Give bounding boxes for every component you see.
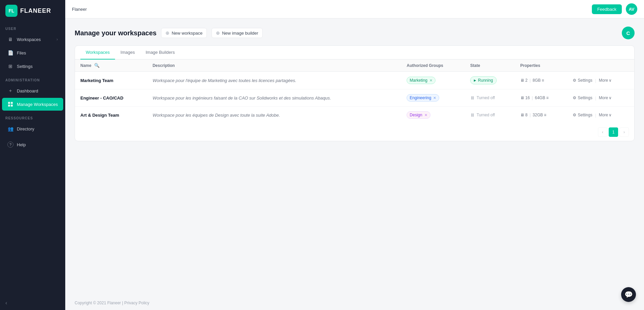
tab-workspaces[interactable]: Workspaces bbox=[80, 46, 115, 60]
th-authorized-groups: Authorized Groups bbox=[401, 60, 465, 72]
page-1-button[interactable]: 1 bbox=[609, 127, 618, 137]
monitor-icon: 🖥 bbox=[7, 36, 13, 42]
logo[interactable]: FL Flaneer bbox=[0, 0, 65, 22]
chevron-down-icon: ∨ bbox=[609, 113, 612, 117]
sidebar-item-directory[interactable]: 👥 Directory bbox=[2, 122, 63, 135]
tag-remove-icon[interactable]: ✕ bbox=[433, 96, 436, 100]
stack-icon: ≡ bbox=[546, 95, 548, 100]
cell-state-engineer-caocad: ⏸ Turned off bbox=[465, 89, 515, 107]
cpu-icon: 🖥 bbox=[520, 78, 524, 83]
settings-link-engineer-caocad[interactable]: ⚙ Settings bbox=[573, 95, 592, 100]
privacy-policy-link[interactable]: Privacy Policy bbox=[124, 301, 149, 305]
cpu-prop: 🖥 8 bbox=[520, 113, 528, 117]
new-workspace-plus-icon: ⊕ bbox=[165, 30, 169, 36]
sidebar: FL Flaneer USER 🖥 Workspaces › 📄 Files ⊞… bbox=[0, 0, 65, 310]
off-icon: ⏸ bbox=[470, 112, 475, 118]
new-image-builder-button[interactable]: ⊕ New image builder bbox=[212, 28, 263, 38]
sidebar-item-help[interactable]: ? Help bbox=[2, 138, 63, 151]
sidebar-section-resources: RESSOURCES bbox=[0, 111, 65, 122]
table-row: Engineer - CAO/CADWorkspace pour les ing… bbox=[75, 89, 634, 107]
tag-marketing[interactable]: Marketing✕ bbox=[407, 77, 435, 84]
ram-prop: 64GB ≡ bbox=[535, 95, 548, 100]
next-page-button[interactable]: › bbox=[619, 127, 629, 137]
sidebar-workspaces-arrow: › bbox=[56, 37, 58, 42]
cell-props-marketing-team: 🖥 2 | 8GB ≡ bbox=[515, 72, 567, 89]
sidebar-item-settings[interactable]: ⊞ Settings bbox=[2, 60, 63, 73]
workspaces-table: Name 🔍 Description Authorized Groups Sta… bbox=[75, 60, 634, 123]
state-running: Running bbox=[470, 76, 497, 84]
users-icon: 👥 bbox=[7, 126, 13, 132]
chevron-down-icon: ∨ bbox=[609, 78, 612, 83]
th-description: Description bbox=[147, 60, 402, 72]
svg-rect-1 bbox=[11, 102, 13, 104]
cell-props-art-design-team: 🖥 8 | 32GB ≡ bbox=[515, 107, 567, 124]
state-off: ⏸ Turned off bbox=[470, 95, 495, 101]
tag-remove-icon[interactable]: ✕ bbox=[429, 78, 432, 83]
sidebar-item-dashboard[interactable]: ＋ Dashboard bbox=[2, 84, 63, 97]
cell-group-art-design-team: Design✕ bbox=[401, 107, 465, 124]
cpu-prop: 🖥 16 bbox=[520, 95, 530, 100]
sidebar-label-workspaces: Workspaces bbox=[17, 37, 41, 42]
new-workspace-button[interactable]: ⊕ New workspace bbox=[161, 28, 207, 38]
user-avatar[interactable]: AV bbox=[626, 3, 637, 15]
more-link-art-design-team[interactable]: More ∨ bbox=[599, 113, 612, 117]
cell-name-engineer-caocad[interactable]: Engineer - CAO/CAD bbox=[75, 89, 147, 107]
sidebar-label-manage-workspaces: Manage Workspaces bbox=[17, 102, 58, 107]
cell-group-engineer-caocad: Engineering✕ bbox=[401, 89, 465, 107]
footer-copyright: Copyright © 2021 Flaneer bbox=[75, 301, 121, 305]
stack-icon: ≡ bbox=[544, 113, 546, 117]
th-properties: Properties bbox=[515, 60, 567, 72]
more-link-marketing-team[interactable]: More ∨ bbox=[599, 78, 612, 83]
chat-button[interactable]: 💬 bbox=[621, 287, 636, 302]
sidebar-collapse-btn[interactable]: ‹ bbox=[0, 296, 65, 310]
name-search-icon[interactable]: 🔍 bbox=[94, 63, 100, 68]
cell-desc-engineer-caocad: Workspace pour les ingénieurs faisant de… bbox=[147, 89, 402, 107]
settings-link-marketing-team[interactable]: ⚙ Settings bbox=[573, 78, 592, 83]
ram-prop: 8GB ≡ bbox=[533, 78, 544, 83]
sidebar-item-manage-workspaces[interactable]: Manage Workspaces bbox=[2, 98, 63, 111]
cell-name-marketing-team[interactable]: Marketing Team bbox=[75, 72, 147, 89]
state-off: ⏸ Turned off bbox=[470, 112, 495, 118]
sidebar-item-files[interactable]: 📄 Files bbox=[2, 46, 63, 59]
cell-props-engineer-caocad: 🖥 16 | 64GB ≡ bbox=[515, 89, 567, 107]
page-header-avatar[interactable]: C bbox=[622, 27, 635, 39]
workspaces-card: Workspaces Images Image Builders Name bbox=[75, 45, 635, 141]
feedback-button[interactable]: Feedback bbox=[592, 4, 622, 14]
off-icon: ⏸ bbox=[470, 95, 475, 101]
chat-icon: 💬 bbox=[624, 290, 633, 299]
cell-actions-marketing-team: ⚙ Settings | More ∨ bbox=[567, 72, 634, 89]
content-area: Manage your workspaces ⊕ New workspace ⊕… bbox=[65, 18, 644, 296]
sidebar-label-help: Help bbox=[17, 142, 26, 147]
stack-icon: ≡ bbox=[542, 78, 544, 83]
settings-link-art-design-team[interactable]: ⚙ Settings bbox=[573, 113, 592, 117]
cell-group-marketing-team: Marketing✕ bbox=[401, 72, 465, 89]
sidebar-section-admin: ADMINISTRATION bbox=[0, 73, 65, 84]
sidebar-label-files: Files bbox=[17, 50, 26, 55]
file-icon: 📄 bbox=[7, 50, 13, 56]
workspaces-icon bbox=[7, 101, 13, 107]
new-image-builder-label: New image builder bbox=[222, 31, 258, 36]
help-icon: ? bbox=[7, 142, 13, 148]
svg-rect-3 bbox=[11, 105, 13, 107]
cell-name-art-design-team[interactable]: Art & Design Team bbox=[75, 107, 147, 124]
footer: Copyright © 2021 Flaneer | Privacy Polic… bbox=[65, 296, 644, 310]
breadcrumb: Flaneer bbox=[72, 7, 87, 12]
tabs-container: Workspaces Images Image Builders bbox=[75, 46, 634, 60]
tab-image-builders[interactable]: Image Builders bbox=[140, 46, 180, 60]
table-row: Art & Design TeamWorkspace pour les équi… bbox=[75, 107, 634, 124]
prev-page-button[interactable]: ‹ bbox=[598, 127, 607, 137]
sidebar-section-user: USER bbox=[0, 22, 65, 33]
plus-icon: ＋ bbox=[7, 88, 13, 94]
more-link-engineer-caocad[interactable]: More ∨ bbox=[599, 95, 612, 100]
cell-desc-art-design-team: Workspace pour les équipes de Design ave… bbox=[147, 107, 402, 124]
tag-design[interactable]: Design✕ bbox=[407, 111, 430, 119]
new-image-builder-plus-icon: ⊕ bbox=[216, 30, 220, 36]
grid-icon: ⊞ bbox=[7, 63, 13, 69]
tab-images[interactable]: Images bbox=[115, 46, 140, 60]
tag-remove-icon[interactable]: ✕ bbox=[424, 113, 427, 117]
svg-rect-0 bbox=[8, 102, 10, 104]
sidebar-item-workspaces[interactable]: 🖥 Workspaces › bbox=[2, 33, 63, 46]
tag-engineering[interactable]: Engineering✕ bbox=[407, 94, 439, 102]
page-header: Manage your workspaces ⊕ New workspace ⊕… bbox=[75, 27, 635, 39]
cpu-prop: 🖥 2 bbox=[520, 78, 528, 83]
